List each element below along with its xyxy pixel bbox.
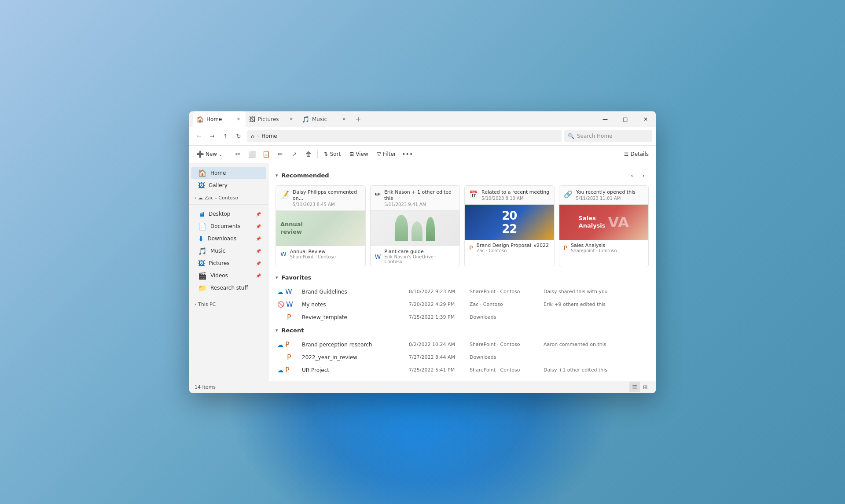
copy-button[interactable]: ⬜ — [246, 148, 258, 160]
recent-label: Recent — [282, 327, 304, 334]
tab-music-close[interactable]: ✕ — [341, 116, 348, 123]
new-icon: ➕ — [196, 151, 204, 158]
sidebar-item-downloads[interactable]: ⬇ Downloads 📌 — [191, 233, 266, 245]
ur-project-date: 7/25/2022 5:41 PM — [409, 367, 466, 373]
thispc-chevron-icon: › — [195, 302, 196, 307]
new-button[interactable]: ➕ New ⌄ — [193, 149, 226, 159]
sidebar-item-videos[interactable]: 🎬 Videos 📌 — [191, 270, 266, 282]
card-brand-design-activity: Related to a recent meeting — [481, 189, 550, 195]
forward-button[interactable]: → — [206, 130, 218, 142]
card-sales-analysis-header: 🔗 You recently opened this 5/11/2023 11:… — [559, 186, 649, 205]
more-button[interactable]: ••• — [401, 148, 414, 160]
ur-project-activity: Daisy +1 other edited this — [544, 367, 647, 373]
sidebar-pictures-label: Pictures — [209, 260, 252, 266]
sidebar-item-music[interactable]: 🎵 Music 📌 — [191, 245, 266, 257]
recommended-next-button[interactable]: › — [638, 170, 649, 181]
list-item-ur-project[interactable]: ☁ P UR Project 7/25/2022 5:41 PM SharePo… — [276, 364, 649, 376]
search-bar[interactable]: 🔍 Search Home — [564, 130, 652, 142]
recommended-cards-grid: 📝 Daisy Philipps commented on... 5/11/20… — [276, 185, 649, 268]
card-sales-analysis-header-text: You recently opened this 5/11/2023 11:01… — [576, 189, 644, 201]
ribbon-sep-1 — [229, 150, 229, 158]
rename-button[interactable]: ✏ — [274, 148, 287, 160]
music-tab-icon: 🎵 — [302, 116, 309, 123]
list-item-brand-perception[interactable]: ☁ P Brand perception research 8/2/2022 1… — [276, 338, 649, 351]
plant-care-name: Plant care guide — [384, 249, 455, 254]
brand-guidelines-name: Brand Guidelines — [302, 289, 405, 295]
list-view-button[interactable]: ☰ — [629, 382, 640, 392]
recommended-prev-button[interactable]: ‹ — [627, 170, 637, 181]
card-brand-design[interactable]: 📅 Related to a recent meeting 5/10/2023 … — [464, 185, 555, 268]
list-item-my-notes[interactable]: 🚫 W My notes 7/20/2022 4:29 PM Zac · Con… — [276, 298, 649, 311]
recommended-toggle[interactable]: ▾ — [276, 173, 278, 178]
share-button[interactable]: ↗ — [288, 148, 301, 160]
address-bar[interactable]: ⌂ › Home — [247, 130, 562, 142]
refresh-button[interactable]: ↻ — [232, 130, 245, 142]
sort-button[interactable]: ⇅ Sort — [320, 149, 345, 159]
my-notes-activity: Erik +9 others edited this — [544, 302, 647, 307]
card-plant-care-activity: Erik Nason + 1 other edited this — [384, 189, 455, 202]
content-area: ▾ Recommended ‹ › 📝 Daisy Philipps comme… — [268, 163, 656, 381]
view-label: View — [356, 151, 368, 157]
favorites-toggle[interactable]: ▾ — [276, 275, 278, 280]
list-item-brand-guidelines[interactable]: ☁ W Brand Guidelines 8/10/2022 9:23 AM S… — [276, 285, 649, 298]
card-plant-care-header-text: Erik Nason + 1 other edited this 5/11/20… — [384, 189, 455, 207]
tab-home[interactable]: 🏠 Home ✕ — [193, 111, 246, 127]
grid-view-button[interactable]: ⊞ — [640, 382, 650, 392]
sales-preview-text: SalesAnalysis — [579, 215, 606, 230]
maximize-button[interactable]: □ — [615, 111, 636, 127]
card-annual-review-header-text: Daisy Philipps commented on... 5/11/2023… — [293, 189, 361, 207]
card-annual-review[interactable]: 📝 Daisy Philipps commented on... 5/11/20… — [276, 185, 366, 268]
card-plant-care-preview — [371, 211, 460, 246]
list-item-review-template[interactable]: P Review_template 7/15/2022 1:39 PM Down… — [276, 311, 649, 324]
sidebar-item-desktop[interactable]: 🖥 Desktop 📌 — [191, 208, 266, 220]
sidebar-documents-label: Documents — [210, 223, 252, 229]
recent-list: ☁ P Brand perception research 8/2/2022 1… — [276, 338, 649, 376]
items-count: 14 items — [195, 384, 216, 390]
card-brand-design-info: Brand Design Proposal_v2022 Zac · Contos… — [476, 243, 549, 253]
back-button[interactable]: ← — [193, 130, 205, 142]
brand-perception-date: 8/2/2022 10:24 AM — [409, 342, 466, 347]
new-tab-button[interactable]: + — [351, 113, 365, 125]
delete-button[interactable]: 🗑 — [302, 148, 315, 160]
tab-pictures[interactable]: 🖼 Pictures ✕ — [246, 111, 298, 127]
sidebar-thispc-group[interactable]: › This PC — [191, 300, 266, 309]
sidebar-item-home[interactable]: 🏠 Home — [191, 167, 266, 179]
music-pin-icon: 📌 — [256, 249, 261, 254]
recent-toggle[interactable]: ▾ — [276, 327, 278, 333]
title-bar: 🏠 Home ✕ 🖼 Pictures ✕ 🎵 Music ✕ + — □ ✕ — [189, 111, 656, 127]
view-button[interactable]: ⊞ View — [346, 149, 372, 159]
sidebar-item-documents[interactable]: 📄 Documents 📌 — [191, 221, 266, 232]
review-template-file-icon: P — [287, 313, 291, 321]
tab-music[interactable]: 🎵 Music ✕ — [298, 111, 351, 127]
card-sales-analysis-date: 5/11/2023 11:01 AM — [576, 196, 644, 201]
tab-pictures-close[interactable]: ✕ — [288, 116, 295, 123]
up-button[interactable]: ↑ — [219, 130, 231, 142]
close-button[interactable]: ✕ — [636, 111, 656, 127]
card-brand-design-preview: 2022 — [465, 205, 554, 240]
list-item-2022-year[interactable]: P 2022_year_in_review 7/27/2022 8:44 AM … — [276, 351, 649, 364]
cut-button[interactable]: ✂ — [232, 148, 244, 160]
sidebar-zac-group[interactable]: › ☁ Zac - Contoso — [191, 193, 266, 202]
card-plant-care[interactable]: ✏ Erik Nason + 1 other edited this 5/11/… — [370, 185, 460, 268]
details-label: Details — [630, 151, 649, 157]
brand-perception-activity: Aaron commented on this — [544, 342, 647, 347]
filter-button[interactable]: ▽ Filter — [374, 149, 400, 159]
sidebar-item-gallery[interactable]: 🖼 Gallery — [191, 180, 266, 191]
sales-analysis-location: Sharepoint · Contoso — [571, 248, 644, 253]
paste-button[interactable]: 📋 — [260, 148, 272, 160]
my-notes-cloud-icon: 🚫 — [277, 301, 284, 308]
tab-home-close[interactable]: ✕ — [235, 116, 242, 123]
details-button[interactable]: ☰ Details — [621, 149, 652, 159]
sales-analysis-name: Sales Analysis — [571, 243, 644, 248]
card-brand-design-footer: P Brand Design Proposal_v2022 Zac · Cont… — [465, 240, 554, 256]
card-sales-analysis[interactable]: 🔗 You recently opened this 5/11/2023 11:… — [559, 185, 649, 268]
sidebar-item-pictures[interactable]: 🖼 Pictures 📌 — [191, 258, 266, 269]
sidebar-item-research[interactable]: 📁 Research stuff — [191, 282, 266, 294]
brand-guidelines-activity: Daisy shared this with you — [544, 289, 647, 294]
brand-design-file-icon: P — [469, 244, 473, 251]
my-notes-location: Zac · Contoso — [470, 302, 540, 307]
brand-perception-file-icon: P — [285, 340, 290, 349]
minimize-button[interactable]: — — [595, 111, 615, 127]
brand-design-name: Brand Design Proposal_v2022 — [476, 243, 549, 248]
card-annual-review-activity: Daisy Philipps commented on... — [293, 189, 361, 202]
